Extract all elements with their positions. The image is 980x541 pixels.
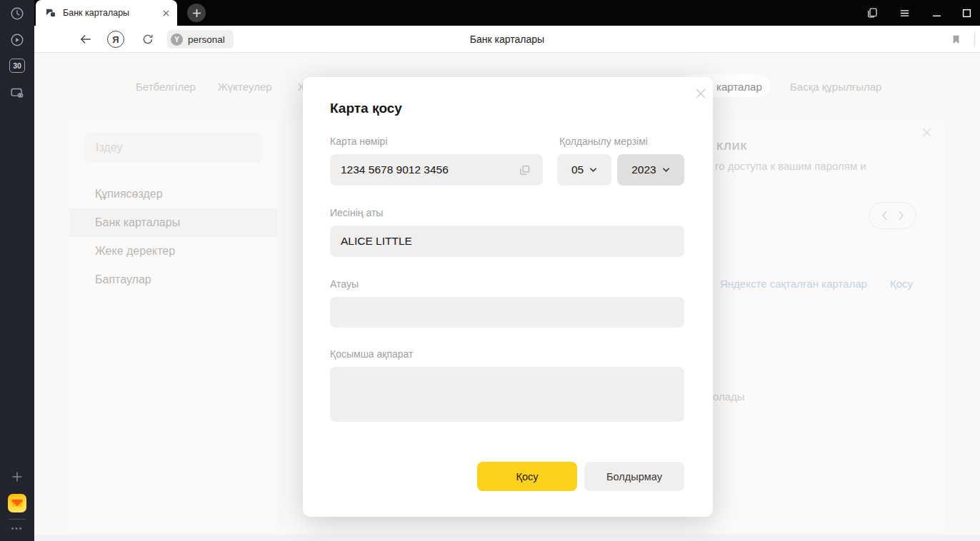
add-card-dialog: Карта қосу Карта нөмірі Қолданылу мерзім… [303, 77, 713, 517]
timer-30-icon[interactable]: 30 [9, 59, 25, 73]
tabs-panel-icon[interactable] [861, 0, 883, 26]
site-identity-badge[interactable]: Y personal [167, 30, 234, 49]
screenshot-tool-icon[interactable] [9, 85, 25, 101]
bookmark-flag-icon[interactable] [946, 26, 966, 53]
tab-bar: Банк карталары [34, 0, 980, 26]
minimize-button[interactable] [926, 0, 947, 26]
card-name-input[interactable] [330, 297, 684, 328]
submit-button[interactable]: Қосу [477, 462, 577, 491]
comment-label: Қосымша ақпарат [330, 348, 414, 360]
toolbar-divider [972, 26, 978, 53]
back-button[interactable] [76, 26, 96, 53]
app-sidebar: 30 ••• [0, 0, 34, 541]
dialog-close-icon[interactable] [691, 84, 710, 103]
expiry-month-value: 05 [571, 163, 584, 176]
copy-card-number-icon[interactable] [514, 161, 534, 178]
menu-hamburger-icon[interactable] [894, 0, 915, 26]
refresh-button[interactable] [139, 26, 156, 53]
cancel-button[interactable]: Болдырмау [584, 462, 684, 491]
yandex-mail-app-icon[interactable] [8, 494, 26, 512]
card-number-input[interactable] [330, 154, 543, 186]
card-number-label: Карта нөмірі [330, 136, 388, 147]
expiry-month-select[interactable]: 05 [557, 154, 611, 186]
comment-textarea[interactable] [330, 367, 684, 422]
chevron-down-icon [662, 167, 670, 173]
history-clock-icon[interactable] [9, 6, 25, 21]
chevron-down-icon [589, 167, 597, 173]
expiry-year-value: 2023 [631, 163, 656, 176]
new-tab-button[interactable] [187, 4, 206, 22]
dialog-title: Карта қосу [330, 101, 402, 116]
add-plus-icon[interactable] [9, 469, 25, 485]
browser-toolbar: Я Y personal Банк карталары [34, 26, 980, 53]
tab-close-icon[interactable] [162, 9, 170, 17]
browser-tab[interactable]: Банк карталары [36, 0, 177, 26]
passwords-favicon-icon [45, 7, 56, 19]
browser-window: 30 ••• [0, 0, 980, 541]
site-badge-label: personal [188, 34, 225, 45]
expiry-label: Қолданылу мерзімі [559, 136, 648, 147]
more-ellipsis-icon[interactable]: ••• [11, 525, 24, 532]
holder-name-label: Иесінің аты [330, 207, 383, 218]
expiry-year-select[interactable]: 2023 [617, 154, 684, 186]
tab-title: Банк карталары [63, 8, 162, 18]
sidebar-divider [9, 519, 26, 520]
tab-bank-cards-fragment[interactable]: карталар [716, 81, 762, 93]
protect-shield-icon: Y [171, 34, 183, 46]
yandex-logo-icon[interactable]: Я [107, 26, 124, 53]
maximize-button[interactable] [956, 0, 977, 26]
card-name-label: Атауы [330, 278, 359, 290]
video-play-icon[interactable] [9, 32, 25, 48]
holder-name-input[interactable] [330, 226, 684, 257]
